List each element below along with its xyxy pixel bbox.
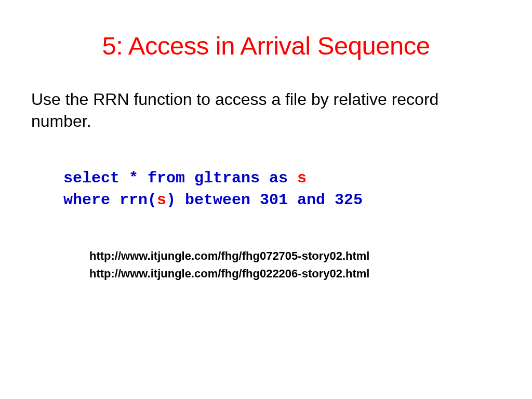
slide-title: 5: Access in Arrival Sequence — [31, 31, 501, 60]
code-block: select * from gltrans as s where rrn(s) … — [31, 167, 501, 211]
code-segment: select * from gltrans as — [63, 169, 297, 187]
code-segment: where rrn( — [63, 191, 157, 209]
body-paragraph: Use the RRN function to access a file by… — [31, 89, 501, 132]
reference-link: http://www.itjungle.com/fhg/fhg022206-st… — [89, 265, 501, 283]
code-line-1: select * from gltrans as s — [63, 167, 501, 189]
reference-links: http://www.itjungle.com/fhg/fhg072705-st… — [31, 247, 501, 283]
code-alias: s — [157, 191, 166, 209]
code-line-2: where rrn(s) between 301 and 325 — [63, 189, 501, 211]
code-segment: ) between 301 and 325 — [166, 191, 363, 209]
reference-link: http://www.itjungle.com/fhg/fhg072705-st… — [89, 247, 501, 265]
code-alias: s — [297, 169, 307, 187]
